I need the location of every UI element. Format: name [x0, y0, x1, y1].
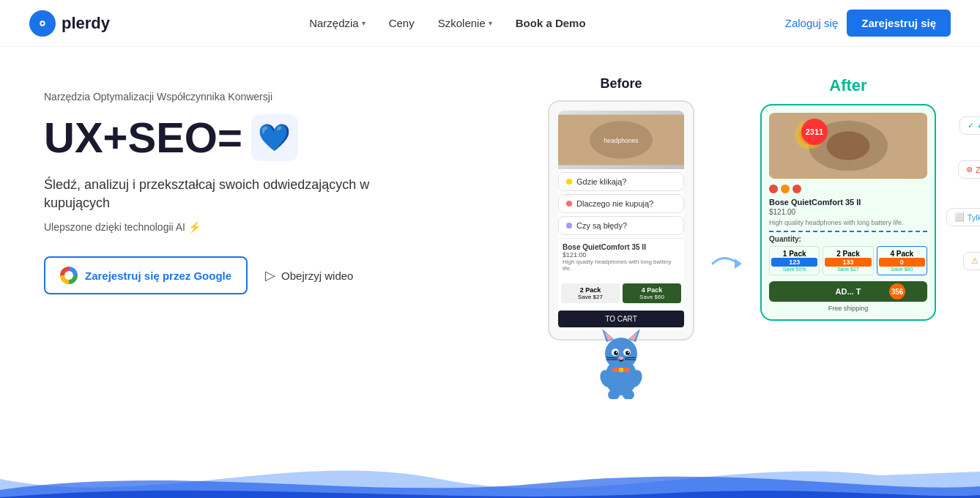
cart-count-badge: 356	[889, 283, 905, 300]
login-button[interactable]: Zaloguj się	[785, 17, 839, 29]
play-icon: ▷	[265, 267, 275, 283]
nav-item-book-demo[interactable]: Book a Demo	[516, 17, 586, 29]
nav-menu: Narzędzia ▾ Ceny Szkolenie ▾ Book a Demo	[309, 17, 585, 29]
after-panel: After 2311 ✓ +12% CR z Popup	[760, 76, 936, 321]
bubble-bug: ⊗ Znaleziona usterka	[958, 160, 980, 179]
svg-text:P: P	[620, 368, 622, 372]
watch-video-button[interactable]: ▷ Obejrzyj wideo	[265, 267, 353, 283]
nav-item-ceny[interactable]: Ceny	[389, 17, 415, 29]
error-dot-1	[769, 185, 778, 193]
svg-point-33	[827, 131, 870, 160]
register-button[interactable]: Zarejestruj się	[847, 10, 951, 37]
hero-description: Śledź, analizuj i przekształcaj swoich o…	[44, 176, 396, 212]
wave-svg	[0, 435, 980, 498]
before-label: Before	[548, 76, 694, 92]
navbar-actions: Zaloguj się Zarejestruj się	[785, 10, 951, 37]
bubble-scroll: ⬜ Tylko 30% przewinięcia	[946, 208, 980, 226]
wave-section	[0, 435, 980, 498]
error-dots	[769, 185, 927, 193]
after-packs: 1 Pack 123 Save 50% 2 Pack 133 Save $27 …	[769, 246, 927, 275]
after-screen: 2311 ✓ +12% CR z Popup ⊗ Znaleziona uste…	[760, 104, 936, 321]
hero-title: UX+SEO= 💙	[44, 114, 396, 161]
before-pack-2: 2 Pack Save $27	[561, 283, 620, 303]
pack-badge-2: 133	[825, 258, 871, 267]
logo[interactable]: plerdy	[29, 10, 110, 37]
nav-item-narzedzia[interactable]: Narzędzia ▾	[309, 17, 365, 29]
svg-point-7	[605, 338, 637, 370]
before-after-arrow	[709, 245, 746, 289]
svg-point-15	[626, 351, 630, 355]
question-why-not-buy: Dlaczego nie kupują?	[558, 194, 684, 213]
svg-point-18	[619, 357, 623, 360]
bubble-cr: ✓ +12% CR z Popup	[959, 116, 980, 135]
heart-icon: 💙	[251, 114, 298, 161]
warning-icon: ⚠	[971, 256, 979, 266]
after-pack-3[interactable]: 4 Pack 0 Save $80	[877, 246, 927, 275]
bubble-abandon: ⚠ 48% porzuceń	[963, 252, 980, 270]
before-pack-row: 2 Pack Save $27 4 Pack Save $60	[558, 280, 684, 306]
nav-item-szkolenie[interactable]: Szkolenie ▾	[438, 17, 492, 29]
hero-subtitle: Narzędzia Optymalizacji Współczynnika Ko…	[44, 91, 396, 103]
pack-badge-1: 123	[771, 258, 817, 267]
svg-text:headphones: headphones	[604, 137, 638, 144]
svg-marker-30	[735, 259, 742, 269]
error-dot-3	[792, 185, 801, 193]
after-pack-2[interactable]: 2 Pack 133 Save $27	[823, 246, 873, 275]
before-product-image: headphones	[558, 111, 684, 169]
before-panel: Before headphones Gdzie klikają?	[548, 76, 694, 413]
before-phone-screen: headphones Gdzie klikają? Dlaczego nie k…	[558, 111, 684, 330]
scroll-icon: ⬜	[954, 212, 965, 222]
question-errors: Czy są błędy?	[558, 216, 684, 235]
after-product-name: Bose QuietComfort 35 II	[769, 198, 927, 207]
google-icon	[60, 267, 78, 284]
navbar: plerdy Narzędzia ▾ Ceny Szkolenie ▾ Book…	[0, 0, 980, 47]
hero-right: Before headphones Gdzie klikają?	[548, 76, 936, 413]
before-pack-4: 4 Pack Save $60	[623, 283, 681, 303]
hero-left: Narzędzia Optymalizacji Współczynnika Ko…	[44, 83, 396, 294]
after-label: After	[760, 76, 936, 95]
logo-icon	[29, 10, 56, 37]
hero-ai-text: Ulepszone dzięki technologii AI ⚡	[44, 221, 396, 233]
hero-section: Narzędzia Optymalizacji Współczynnika Ko…	[0, 47, 980, 413]
error-dot-2	[781, 185, 790, 193]
svg-point-14	[614, 351, 618, 355]
pack-badge-3: 0	[879, 258, 925, 267]
logo-text: plerdy	[62, 14, 110, 33]
chevron-down-icon-2: ▾	[489, 19, 492, 27]
after-qty-label: Quantity:	[769, 235, 927, 243]
after-add-cart[interactable]: AD... T 356	[769, 281, 927, 302]
before-add-cart: TO CART	[558, 311, 684, 327]
after-product-image: 2311	[769, 113, 927, 179]
free-shipping: Free shipping	[769, 305, 927, 312]
cat-mascot: P	[592, 326, 650, 413]
google-register-button[interactable]: Zarejestruj się przez Google	[44, 256, 248, 294]
check-icon: ✓	[968, 121, 974, 130]
before-phone-mockup: headphones Gdzie klikają? Dlaczego nie k…	[548, 100, 694, 341]
after-pack-1[interactable]: 1 Pack 123 Save 50%	[769, 246, 820, 275]
hero-buttons: Zarejestruj się przez Google ▷ Obejrzyj …	[44, 256, 396, 294]
question-where-click: Gdzie klikają?	[558, 172, 684, 191]
chevron-down-icon: ▾	[362, 19, 365, 27]
svg-point-17	[628, 352, 629, 353]
heatmap-count: 2311	[801, 119, 828, 145]
bug-icon: ⊗	[966, 165, 973, 174]
svg-point-2	[41, 22, 44, 25]
after-product-price: $121.00	[769, 208, 927, 216]
after-product-desc: High quality headphones with long batter…	[769, 219, 927, 226]
svg-point-16	[616, 352, 617, 353]
